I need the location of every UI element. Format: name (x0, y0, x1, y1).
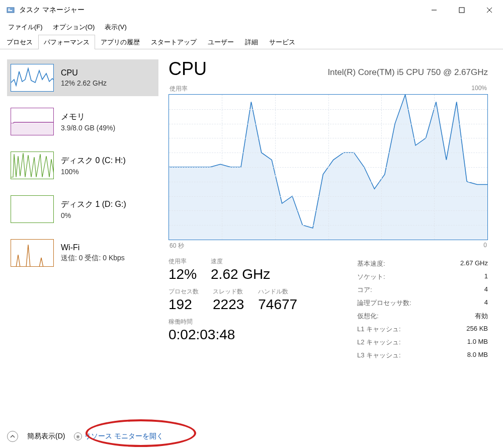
stat-uptime-value: 0:02:03:48 (169, 327, 357, 343)
sidebar-disk0-title: ディスク 0 (C: H:) (61, 156, 126, 166)
sidebar-item-cpu[interactable]: CPU 12% 2.62 GHz (7, 59, 158, 96)
stat-processes-value: 192 (169, 296, 199, 313)
spec-value: 有効 (475, 312, 488, 321)
stat-handles-label: ハンドル数 (258, 287, 297, 296)
cpu-thumb-icon (11, 64, 54, 92)
sidebar-disk1-title: ディスク 1 (D: G:) (61, 199, 126, 210)
tab-processes[interactable]: プロセス (1, 35, 38, 49)
menu-options[interactable]: オプション(O) (49, 21, 99, 33)
spec-row: コア:4 (357, 283, 488, 296)
tab-details[interactable]: 詳細 (239, 35, 264, 49)
spec-label: L1 キャッシュ: (357, 325, 466, 334)
sidebar-item-disk0[interactable]: ディスク 0 (C: H:) 100% (7, 147, 158, 184)
spec-row: L3 キャッシュ:8.0 MB (357, 349, 488, 362)
sidebar-disk1-sub: 0% (61, 211, 126, 219)
tab-users[interactable]: ユーザー (202, 35, 239, 49)
window-controls (420, 0, 503, 20)
simple-view-button[interactable]: 簡易表示(D) (27, 432, 65, 441)
svg-rect-7 (11, 123, 54, 135)
spec-label: 論理プロセッサ数: (357, 298, 484, 308)
main-subtitle: Intel(R) Core(TM) i5 CPU 750 @ 2.67GHz (327, 67, 488, 78)
content: CPU 12% 2.62 GHz メモリ 3.9/8.0 GB (49%) ディ… (0, 49, 503, 422)
tab-app-history[interactable]: アプリの履歴 (95, 35, 145, 49)
chevron-up-icon[interactable] (7, 431, 18, 442)
window-title: タスク マネージャー (19, 6, 420, 15)
stat-speed-value: 2.62 GHz (211, 266, 270, 282)
sidebar-item-disk1[interactable]: ディスク 1 (D: G:) 0% (7, 191, 158, 228)
svg-rect-4 (459, 8, 464, 13)
spec-row: L1 キャッシュ:256 KB (357, 323, 488, 336)
tabs: プロセス パフォーマンス アプリの履歴 スタートアップ ユーザー 詳細 サービス (0, 34, 503, 49)
stat-usage-label: 使用率 (169, 257, 197, 266)
spec-label: ソケット: (357, 272, 484, 281)
spec-label: 仮想化: (357, 312, 475, 321)
memory-thumb-icon (11, 108, 54, 135)
tab-startup[interactable]: スタートアップ (145, 35, 202, 49)
maximize-button[interactable] (448, 0, 475, 20)
menu-view[interactable]: 表示(V) (101, 21, 130, 33)
spec-row: L2 キャッシュ:1.0 MB (357, 336, 488, 349)
graph-label-usage: 使用率 (170, 85, 188, 93)
specs-list: 基本速度:2.67 GHzソケット:1コア:4論理プロセッサ数:4仮想化:有効L… (357, 257, 488, 362)
sidebar-wifi-title: Wi-Fi (61, 243, 125, 252)
menubar: ファイル(F) オプション(O) 表示(V) (0, 20, 503, 34)
sidebar-item-wifi[interactable]: Wi-Fi 送信: 0 受信: 0 Kbps (7, 235, 158, 271)
minimize-button[interactable] (420, 0, 448, 20)
main-panel: CPU Intel(R) Core(TM) i5 CPU 750 @ 2.67G… (163, 49, 503, 422)
sidebar-cpu-sub: 12% 2.62 GHz (61, 79, 107, 87)
tab-performance[interactable]: パフォーマンス (38, 35, 95, 49)
stat-processes-label: プロセス数 (169, 287, 199, 296)
spec-label: L3 キャッシュ: (357, 351, 467, 360)
svg-rect-2 (8, 10, 12, 11)
app-icon (6, 6, 15, 15)
cpu-graph (169, 94, 488, 240)
titlebar: タスク マネージャー (0, 0, 503, 20)
resource-monitor-link[interactable]: ◉ リソース モニターを開く (74, 432, 163, 441)
spec-value: 256 KB (466, 325, 488, 334)
main-title: CPU (169, 58, 207, 80)
spec-value: 4 (484, 285, 488, 294)
sidebar: CPU 12% 2.62 GHz メモリ 3.9/8.0 GB (49%) ディ… (0, 49, 163, 422)
spec-value: 8.0 MB (467, 351, 488, 360)
stat-threads-label: スレッド数 (213, 287, 244, 296)
stat-speed-label: 速度 (211, 257, 270, 266)
graph-x-left: 60 秒 (170, 242, 184, 250)
sidebar-item-memory[interactable]: メモリ 3.9/8.0 GB (49%) (7, 103, 158, 140)
spec-value: 1.0 MB (467, 338, 488, 347)
stat-threads-value: 2223 (213, 296, 244, 313)
menu-file[interactable]: ファイル(F) (4, 21, 47, 33)
spec-row: 基本速度:2.67 GHz (357, 257, 488, 270)
tab-services[interactable]: サービス (264, 35, 301, 49)
sidebar-memory-title: メモリ (61, 112, 115, 122)
disk0-thumb-icon (11, 152, 54, 179)
spec-value: 4 (484, 298, 488, 308)
graph-label-max: 100% (471, 85, 487, 93)
spec-value: 2.67 GHz (460, 259, 488, 268)
sidebar-wifi-sub: 送信: 0 受信: 0 Kbps (61, 254, 125, 263)
spec-label: コア: (357, 285, 484, 294)
disk1-thumb-icon (11, 195, 54, 223)
sidebar-disk0-sub: 100% (61, 168, 126, 176)
spec-value: 1 (484, 272, 488, 281)
sidebar-memory-sub: 3.9/8.0 GB (49%) (61, 124, 115, 132)
sidebar-cpu-title: CPU (61, 68, 107, 78)
spec-row: 論理プロセッサ数:4 (357, 296, 488, 310)
resource-monitor-icon: ◉ (74, 432, 82, 440)
bottombar: 簡易表示(D) ◉ リソース モニターを開く (7, 431, 163, 442)
spec-label: 基本速度: (357, 259, 460, 268)
stat-handles-value: 74677 (258, 296, 297, 313)
svg-rect-1 (8, 9, 10, 10)
graph-x-right: 0 (483, 242, 487, 250)
close-button[interactable] (475, 0, 503, 20)
spec-row: 仮想化:有効 (357, 310, 488, 323)
spec-label: L2 キャッシュ: (357, 338, 467, 347)
resource-monitor-label: リソース モニターを開く (84, 432, 163, 441)
stat-usage-value: 12% (169, 266, 197, 282)
spec-row: ソケット:1 (357, 270, 488, 283)
stat-uptime-label: 稼働時間 (169, 318, 357, 327)
wifi-thumb-icon (11, 239, 54, 267)
